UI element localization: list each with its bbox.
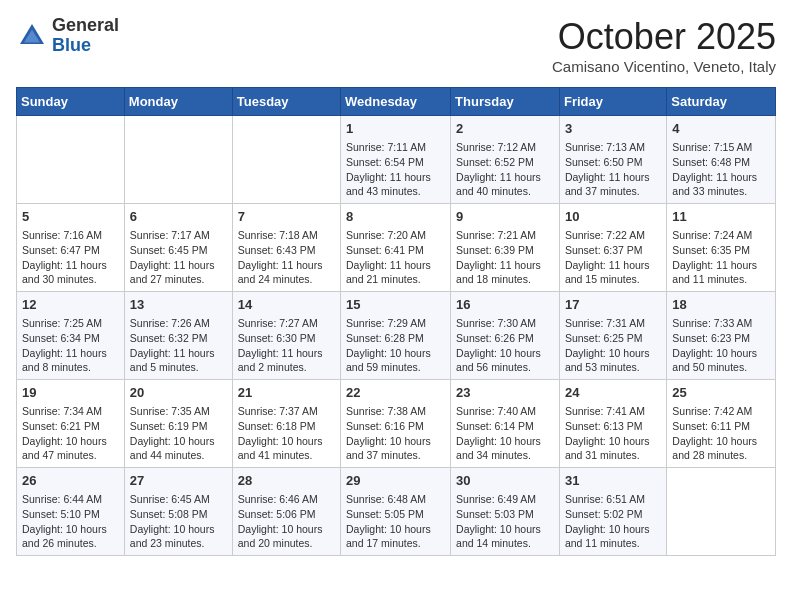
day-info: Sunrise: 7:35 AM Sunset: 6:19 PM Dayligh… (130, 404, 227, 463)
calendar-cell: 26Sunrise: 6:44 AM Sunset: 5:10 PM Dayli… (17, 468, 125, 556)
day-number: 15 (346, 296, 445, 314)
day-info: Sunrise: 7:27 AM Sunset: 6:30 PM Dayligh… (238, 316, 335, 375)
calendar-cell: 13Sunrise: 7:26 AM Sunset: 6:32 PM Dayli… (124, 292, 232, 380)
day-number: 23 (456, 384, 554, 402)
calendar-cell: 23Sunrise: 7:40 AM Sunset: 6:14 PM Dayli… (451, 380, 560, 468)
day-number: 29 (346, 472, 445, 490)
calendar-cell: 6Sunrise: 7:17 AM Sunset: 6:45 PM Daylig… (124, 204, 232, 292)
calendar-cell (232, 116, 340, 204)
calendar-cell: 24Sunrise: 7:41 AM Sunset: 6:13 PM Dayli… (559, 380, 666, 468)
logo: General Blue (16, 16, 119, 56)
calendar-cell: 15Sunrise: 7:29 AM Sunset: 6:28 PM Dayli… (341, 292, 451, 380)
day-info: Sunrise: 7:25 AM Sunset: 6:34 PM Dayligh… (22, 316, 119, 375)
day-number: 31 (565, 472, 661, 490)
logo-blue: Blue (52, 35, 91, 55)
day-info: Sunrise: 7:22 AM Sunset: 6:37 PM Dayligh… (565, 228, 661, 287)
day-number: 17 (565, 296, 661, 314)
calendar-cell: 9Sunrise: 7:21 AM Sunset: 6:39 PM Daylig… (451, 204, 560, 292)
day-info: Sunrise: 7:18 AM Sunset: 6:43 PM Dayligh… (238, 228, 335, 287)
day-info: Sunrise: 7:40 AM Sunset: 6:14 PM Dayligh… (456, 404, 554, 463)
day-number: 25 (672, 384, 770, 402)
day-info: Sunrise: 7:21 AM Sunset: 6:39 PM Dayligh… (456, 228, 554, 287)
day-number: 12 (22, 296, 119, 314)
day-number: 5 (22, 208, 119, 226)
day-number: 27 (130, 472, 227, 490)
calendar-cell: 18Sunrise: 7:33 AM Sunset: 6:23 PM Dayli… (667, 292, 776, 380)
day-info: Sunrise: 7:24 AM Sunset: 6:35 PM Dayligh… (672, 228, 770, 287)
calendar-cell (124, 116, 232, 204)
calendar-cell: 19Sunrise: 7:34 AM Sunset: 6:21 PM Dayli… (17, 380, 125, 468)
column-header-friday: Friday (559, 88, 666, 116)
calendar-cell: 21Sunrise: 7:37 AM Sunset: 6:18 PM Dayli… (232, 380, 340, 468)
day-number: 24 (565, 384, 661, 402)
day-number: 28 (238, 472, 335, 490)
calendar-cell: 1Sunrise: 7:11 AM Sunset: 6:54 PM Daylig… (341, 116, 451, 204)
calendar-cell: 12Sunrise: 7:25 AM Sunset: 6:34 PM Dayli… (17, 292, 125, 380)
column-header-monday: Monday (124, 88, 232, 116)
calendar-cell: 27Sunrise: 6:45 AM Sunset: 5:08 PM Dayli… (124, 468, 232, 556)
calendar-cell: 16Sunrise: 7:30 AM Sunset: 6:26 PM Dayli… (451, 292, 560, 380)
day-number: 1 (346, 120, 445, 138)
calendar-cell: 14Sunrise: 7:27 AM Sunset: 6:30 PM Dayli… (232, 292, 340, 380)
day-info: Sunrise: 7:37 AM Sunset: 6:18 PM Dayligh… (238, 404, 335, 463)
day-number: 6 (130, 208, 227, 226)
day-info: Sunrise: 7:42 AM Sunset: 6:11 PM Dayligh… (672, 404, 770, 463)
calendar-cell: 20Sunrise: 7:35 AM Sunset: 6:19 PM Dayli… (124, 380, 232, 468)
calendar-table: SundayMondayTuesdayWednesdayThursdayFrid… (16, 87, 776, 556)
calendar-cell: 2Sunrise: 7:12 AM Sunset: 6:52 PM Daylig… (451, 116, 560, 204)
day-info: Sunrise: 6:44 AM Sunset: 5:10 PM Dayligh… (22, 492, 119, 551)
calendar-cell: 22Sunrise: 7:38 AM Sunset: 6:16 PM Dayli… (341, 380, 451, 468)
calendar-cell: 8Sunrise: 7:20 AM Sunset: 6:41 PM Daylig… (341, 204, 451, 292)
calendar-cell: 7Sunrise: 7:18 AM Sunset: 6:43 PM Daylig… (232, 204, 340, 292)
calendar-cell: 17Sunrise: 7:31 AM Sunset: 6:25 PM Dayli… (559, 292, 666, 380)
day-info: Sunrise: 7:34 AM Sunset: 6:21 PM Dayligh… (22, 404, 119, 463)
day-info: Sunrise: 7:30 AM Sunset: 6:26 PM Dayligh… (456, 316, 554, 375)
column-header-sunday: Sunday (17, 88, 125, 116)
calendar-cell: 5Sunrise: 7:16 AM Sunset: 6:47 PM Daylig… (17, 204, 125, 292)
day-number: 19 (22, 384, 119, 402)
day-info: Sunrise: 6:45 AM Sunset: 5:08 PM Dayligh… (130, 492, 227, 551)
day-info: Sunrise: 7:29 AM Sunset: 6:28 PM Dayligh… (346, 316, 445, 375)
calendar-cell: 31Sunrise: 6:51 AM Sunset: 5:02 PM Dayli… (559, 468, 666, 556)
calendar-cell: 25Sunrise: 7:42 AM Sunset: 6:11 PM Dayli… (667, 380, 776, 468)
location: Camisano Vicentino, Veneto, Italy (552, 58, 776, 75)
day-number: 2 (456, 120, 554, 138)
day-info: Sunrise: 6:46 AM Sunset: 5:06 PM Dayligh… (238, 492, 335, 551)
day-info: Sunrise: 6:51 AM Sunset: 5:02 PM Dayligh… (565, 492, 661, 551)
day-number: 14 (238, 296, 335, 314)
column-header-wednesday: Wednesday (341, 88, 451, 116)
logo-icon (16, 20, 48, 52)
column-header-tuesday: Tuesday (232, 88, 340, 116)
calendar-cell: 30Sunrise: 6:49 AM Sunset: 5:03 PM Dayli… (451, 468, 560, 556)
logo-general: General (52, 15, 119, 35)
day-number: 4 (672, 120, 770, 138)
day-info: Sunrise: 7:26 AM Sunset: 6:32 PM Dayligh… (130, 316, 227, 375)
month-title: October 2025 (552, 16, 776, 58)
day-number: 8 (346, 208, 445, 226)
page-header: General Blue October 2025 Camisano Vicen… (16, 16, 776, 75)
day-number: 22 (346, 384, 445, 402)
day-number: 18 (672, 296, 770, 314)
day-info: Sunrise: 7:16 AM Sunset: 6:47 PM Dayligh… (22, 228, 119, 287)
day-number: 30 (456, 472, 554, 490)
day-info: Sunrise: 7:17 AM Sunset: 6:45 PM Dayligh… (130, 228, 227, 287)
calendar-cell: 28Sunrise: 6:46 AM Sunset: 5:06 PM Dayli… (232, 468, 340, 556)
day-number: 20 (130, 384, 227, 402)
calendar-cell: 10Sunrise: 7:22 AM Sunset: 6:37 PM Dayli… (559, 204, 666, 292)
day-info: Sunrise: 7:13 AM Sunset: 6:50 PM Dayligh… (565, 140, 661, 199)
day-info: Sunrise: 7:15 AM Sunset: 6:48 PM Dayligh… (672, 140, 770, 199)
column-header-saturday: Saturday (667, 88, 776, 116)
calendar-cell: 4Sunrise: 7:15 AM Sunset: 6:48 PM Daylig… (667, 116, 776, 204)
day-info: Sunrise: 7:12 AM Sunset: 6:52 PM Dayligh… (456, 140, 554, 199)
day-info: Sunrise: 7:38 AM Sunset: 6:16 PM Dayligh… (346, 404, 445, 463)
day-info: Sunrise: 7:11 AM Sunset: 6:54 PM Dayligh… (346, 140, 445, 199)
day-number: 11 (672, 208, 770, 226)
calendar-cell (667, 468, 776, 556)
calendar-cell: 3Sunrise: 7:13 AM Sunset: 6:50 PM Daylig… (559, 116, 666, 204)
day-number: 16 (456, 296, 554, 314)
column-header-thursday: Thursday (451, 88, 560, 116)
day-info: Sunrise: 7:20 AM Sunset: 6:41 PM Dayligh… (346, 228, 445, 287)
day-number: 26 (22, 472, 119, 490)
day-number: 7 (238, 208, 335, 226)
day-number: 13 (130, 296, 227, 314)
